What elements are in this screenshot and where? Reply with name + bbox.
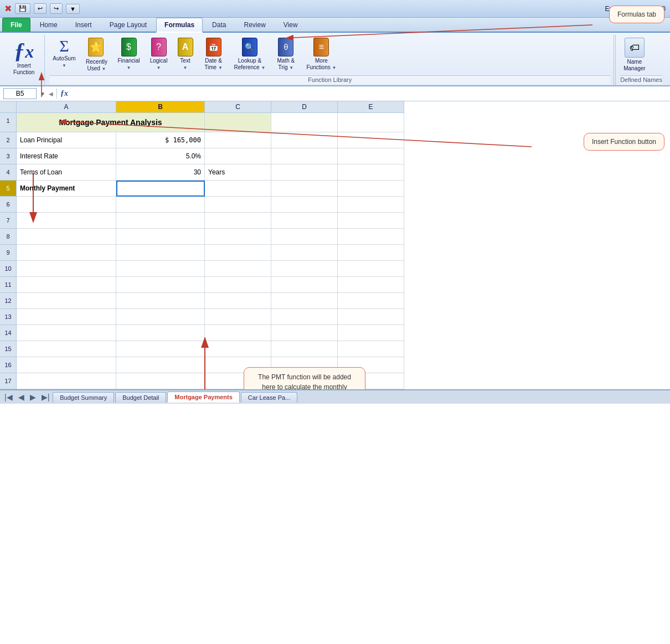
text-label: Text▼ (180, 58, 190, 71)
col-header-b[interactable]: B (116, 101, 205, 113)
recently-used-button[interactable]: ⭐ RecentlyUsed ▼ (83, 36, 111, 74)
row-12: 12 (0, 293, 670, 309)
ribbon-tab-bar: File Home Insert Page Layout Formulas Da… (0, 18, 670, 33)
autosum-label: AutoSum▼ (53, 55, 75, 69)
date-time-button[interactable]: 📅 Date &Time ▼ (200, 36, 228, 73)
ribbon-group-insertfn: ƒx InsertFunction (4, 35, 45, 85)
sheet-nav-last[interactable]: ▶| (39, 391, 52, 403)
logical-icon: ? (151, 38, 167, 56)
tab-data[interactable]: Data (204, 18, 234, 32)
text-icon: A (178, 38, 193, 56)
function-library-label: Function Library (49, 75, 610, 84)
row-num-1: 1 (0, 113, 17, 132)
name-manager-button[interactable]: 🏷 NameManager (620, 36, 648, 74)
col-header-e[interactable]: E (338, 101, 404, 113)
col-header-d[interactable]: D (271, 101, 338, 113)
sheet-tab-car-lease[interactable]: Car Lease Pa... (241, 392, 297, 403)
cell-c1[interactable] (205, 113, 271, 132)
column-header-row: A B C D E (0, 101, 670, 113)
cell-b4[interactable]: 30 (116, 164, 205, 181)
corner-header (0, 101, 17, 113)
name-manager-icon: 🏷 (625, 38, 645, 58)
cell-d2[interactable] (271, 132, 338, 148)
sheet-nav-first[interactable]: |◀ (2, 391, 15, 403)
cell-e1[interactable] (338, 113, 404, 132)
cell-d1[interactable] (271, 113, 338, 132)
cell-d3[interactable] (271, 148, 338, 164)
fx-icon: ƒx (14, 39, 34, 61)
row-11: 11 (0, 277, 670, 293)
cell-c5[interactable] (205, 181, 271, 197)
excel-icon: ✖ (4, 3, 12, 14)
cell-c3[interactable] (205, 148, 271, 164)
col-header-a[interactable]: A (17, 101, 116, 113)
autosum-button[interactable]: Σ AutoSum▼ (49, 36, 79, 70)
cell-b2[interactable]: $ 165,000 (116, 132, 205, 148)
row-num-5: 5 (0, 181, 17, 197)
cell-e2[interactable] (338, 132, 404, 148)
fx-button[interactable]: ƒx (60, 89, 68, 98)
row-2: 2 Loan Principal $ 165,000 (0, 132, 670, 148)
formulas-tab-callout: Formulas tab (609, 6, 664, 23)
formula-bar-separator (56, 89, 57, 99)
row-4: 4 Terms of Loan 30 Years (0, 164, 670, 181)
ribbon-body: ƒx InsertFunction Σ AutoSum▼ ⭐ (0, 33, 670, 86)
cell-e3[interactable] (338, 148, 404, 164)
cell-c2[interactable] (205, 132, 271, 148)
save-button[interactable]: 💾 (15, 3, 30, 14)
text-button[interactable]: A Text▼ (174, 36, 197, 73)
tab-pagelayout[interactable]: Page Layout (101, 18, 155, 32)
cell-e5[interactable] (338, 181, 404, 197)
cell-a3[interactable]: Interest Rate (17, 148, 116, 164)
financial-icon: $ (121, 38, 137, 56)
cell-a4[interactable]: Terms of Loan (17, 164, 116, 181)
cell-a5[interactable]: Monthly Payment (17, 181, 116, 197)
tab-insert[interactable]: Insert (67, 18, 100, 32)
redo-button[interactable]: ↪ (50, 3, 63, 14)
row-1: 1 Mortgage Payment Analysis (0, 113, 670, 132)
cell-b5[interactable] (116, 181, 205, 197)
customize-qat[interactable]: ▼ (66, 4, 80, 14)
logical-label: Logical▼ (150, 58, 168, 71)
tab-home[interactable]: Home (32, 18, 66, 32)
col-header-c[interactable]: C (205, 101, 271, 113)
financial-button[interactable]: $ Financial▼ (115, 36, 143, 73)
row-8: 8 (0, 229, 670, 245)
defined-names-label: Defined Names (620, 75, 662, 84)
more-functions-button[interactable]: ≡ MoreFunctions ▼ (303, 36, 339, 73)
tab-review[interactable]: Review (235, 18, 274, 32)
row-7: 7 (0, 213, 670, 229)
cell-reference-box[interactable]: B5 (3, 88, 37, 99)
ribbon-group-defined-names: 🏷 NameManager Defined Names (615, 35, 666, 85)
cell-a2[interactable]: Loan Principal (17, 132, 116, 148)
cell-c4[interactable]: Years (205, 164, 271, 181)
insert-fn-label: InsertFunction (13, 63, 34, 76)
cell-d4[interactable] (271, 164, 338, 181)
lookup-reference-button[interactable]: 🔍 Lookup &Reference ▼ (231, 36, 269, 73)
sheet-tab-budget-detail[interactable]: Budget Detail (115, 392, 166, 403)
sheet-tab-budget-summary[interactable]: Budget Summary (53, 392, 114, 403)
formula-bar-expand[interactable]: ◀ (49, 91, 53, 97)
logical-button[interactable]: ? Logical▼ (147, 36, 171, 73)
cell-ref-dropdown[interactable]: ▼ (40, 91, 45, 97)
insert-fn-group-content: ƒx InsertFunction (8, 35, 40, 84)
math-trig-icon: θ (278, 38, 293, 56)
cell-b3[interactable]: 5.0% (116, 148, 205, 164)
tab-formulas[interactable]: Formulas (156, 18, 203, 33)
tab-file[interactable]: File (2, 18, 30, 32)
cell-a1-merged[interactable]: Mortgage Payment Analysis (17, 113, 205, 132)
defined-names-content: 🏷 NameManager (620, 35, 662, 75)
autosum-icon: Σ (59, 38, 69, 54)
insert-function-button[interactable]: ƒx InsertFunction (8, 36, 40, 79)
cell-d5[interactable] (271, 181, 338, 197)
sheet-nav-next[interactable]: ▶ (28, 391, 38, 403)
row-15: 15 (0, 341, 670, 357)
sheet-nav-prev[interactable]: ◀ (16, 391, 27, 403)
formula-input[interactable] (71, 89, 667, 98)
math-trig-button[interactable]: θ Math &Trig ▼ (272, 36, 300, 73)
cell-e4[interactable] (338, 164, 404, 181)
tab-view[interactable]: View (275, 18, 306, 32)
undo-button[interactable]: ↩ (34, 3, 47, 14)
row-9: 9 (0, 245, 670, 261)
sheet-tab-mortgage-payments[interactable]: Mortgage Payments (167, 391, 240, 403)
